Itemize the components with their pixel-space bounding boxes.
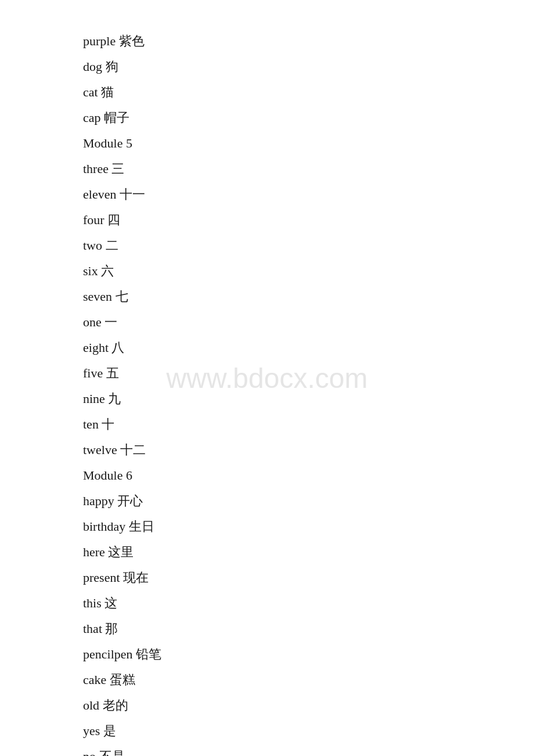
vocab-item: old 老的 xyxy=(83,699,534,712)
vocab-item: purple 紫色 xyxy=(83,35,534,48)
vocab-item: yes 是 xyxy=(83,725,534,737)
vocab-item: nine 九 xyxy=(83,393,534,405)
vocab-item: cap 帽子 xyxy=(83,111,534,124)
vocab-item: ten 十 xyxy=(83,418,534,431)
vocab-item: six 六 xyxy=(83,265,534,278)
vocab-item: birthday 生日 xyxy=(83,520,534,533)
vocab-item: that 那 xyxy=(83,622,534,635)
vocab-item: five 五 xyxy=(83,367,534,380)
vocab-item: present 现在 xyxy=(83,571,534,584)
vocab-item: seven 七 xyxy=(83,290,534,303)
vocab-item: eight 八 xyxy=(83,341,534,354)
vocab-item: eleven 十一 xyxy=(83,188,534,201)
vocab-item: two 二 xyxy=(83,239,534,252)
module-title: Module 5 xyxy=(83,137,534,150)
content-area: purple 紫色dog 狗cat 猫cap 帽子Module 5three 三… xyxy=(0,0,534,756)
vocab-item: one 一 xyxy=(83,316,534,329)
vocab-item: cake 蛋糕 xyxy=(83,674,534,686)
vocab-item: twelve 十二 xyxy=(83,444,534,456)
vocab-item: pencilpen 铅笔 xyxy=(83,648,534,661)
module-title: Module 6 xyxy=(83,469,534,482)
vocab-item: dog 狗 xyxy=(83,60,534,73)
vocab-item: three 三 xyxy=(83,163,534,175)
vocab-item: no 不是 xyxy=(83,750,534,756)
vocab-item: happy 开心 xyxy=(83,495,534,507)
vocab-item: four 四 xyxy=(83,214,534,226)
vocab-item: this 这 xyxy=(83,597,534,610)
vocab-item: here 这里 xyxy=(83,546,534,559)
vocab-item: cat 猫 xyxy=(83,86,534,99)
